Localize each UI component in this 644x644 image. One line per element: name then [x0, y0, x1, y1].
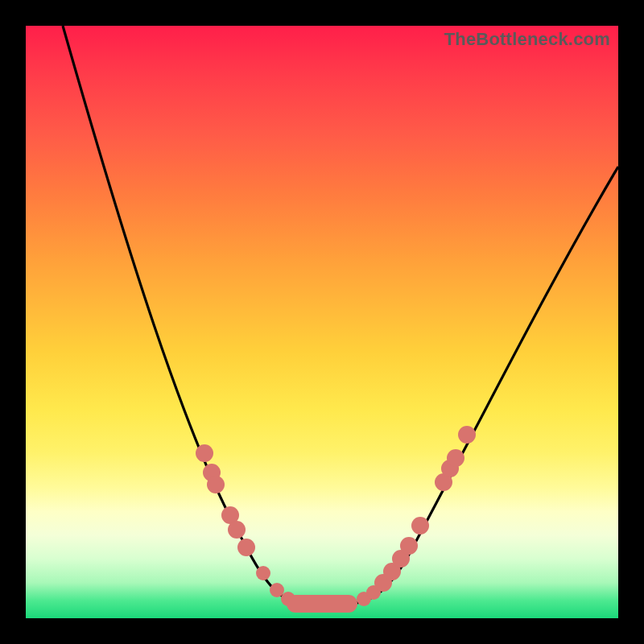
data-point [411, 517, 429, 535]
data-point [228, 521, 246, 539]
minimum-plateau [287, 595, 357, 613]
data-point [207, 476, 225, 493]
data-point [237, 539, 255, 556]
bottleneck-curve [26, 26, 618, 618]
data-point [447, 449, 464, 467]
data-point [458, 426, 476, 444]
data-point [196, 444, 213, 462]
data-point [256, 566, 270, 580]
data-point [400, 537, 418, 555]
bottleneck-plot: TheBottleneck.com [26, 26, 618, 618]
